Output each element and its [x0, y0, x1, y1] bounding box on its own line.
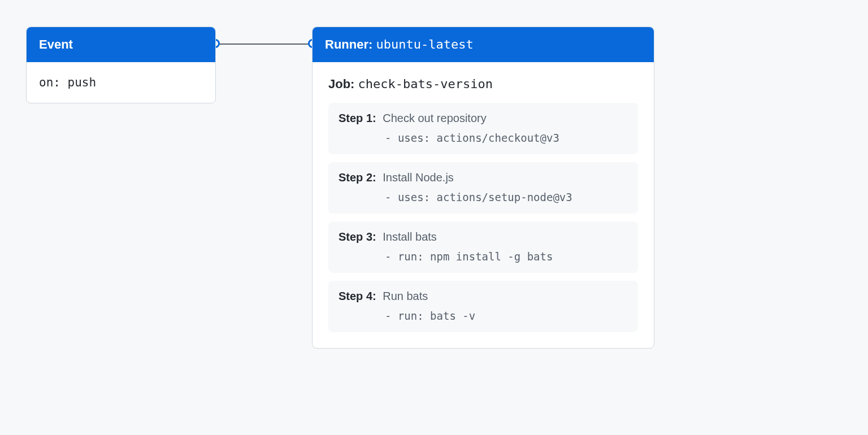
step-command: - run: bats -v: [338, 310, 628, 322]
step-name: Install Node.js: [380, 171, 454, 184]
step-title-line: Step 4: Run bats: [338, 290, 628, 303]
connector-line: [216, 44, 312, 45]
step-title-line: Step 1: Check out repository: [338, 112, 628, 125]
job-value: check-bats-version: [358, 77, 493, 91]
runner-card-header: Runner: ubuntu-latest: [313, 27, 654, 62]
step-box: Step 1: Check out repository- uses: acti…: [328, 103, 638, 154]
step-number: Step 4:: [338, 290, 376, 302]
step-command: - uses: actions/checkout@v3: [338, 132, 628, 144]
event-card: Event on: push: [26, 27, 216, 103]
step-box: Step 2: Install Node.js- uses: actions/s…: [328, 162, 638, 214]
event-card-header: Event: [27, 27, 215, 62]
job-title: Job: check-bats-version: [328, 77, 638, 92]
event-card-body: on: push: [27, 62, 215, 103]
steps-list: Step 1: Check out repository- uses: acti…: [328, 103, 638, 332]
step-number: Step 1:: [338, 112, 376, 124]
step-command: - uses: actions/setup-node@v3: [338, 191, 628, 203]
step-name: Check out repository: [380, 112, 487, 124]
runner-card-body: Job: check-bats-version Step 1: Check ou…: [313, 62, 654, 348]
event-trigger-prefix: on:: [39, 76, 68, 89]
runner-header-label: Runner:: [325, 37, 376, 51]
step-box: Step 4: Run bats- run: bats -v: [328, 281, 638, 332]
step-number: Step 2:: [338, 171, 376, 184]
step-number: Step 3:: [338, 230, 376, 243]
step-box: Step 3: Install bats- run: npm install -…: [328, 221, 638, 273]
step-command: - run: npm install -g bats: [338, 250, 628, 263]
step-title-line: Step 2: Install Node.js: [338, 171, 628, 184]
step-name: Install bats: [380, 230, 437, 243]
step-name: Run bats: [380, 290, 428, 302]
event-header-label: Event: [39, 37, 73, 51]
runner-header-value: ubuntu-latest: [376, 37, 473, 51]
event-trigger-value: push: [68, 76, 97, 89]
runner-card: Runner: ubuntu-latest Job: check-bats-ve…: [312, 27, 654, 349]
step-title-line: Step 3: Install bats: [338, 230, 628, 243]
job-label: Job:: [328, 77, 358, 91]
